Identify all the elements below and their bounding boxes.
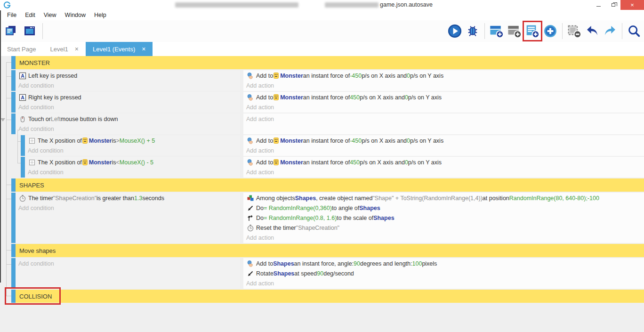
project-manager-window-icon[interactable] — [22, 23, 38, 40]
add-action-button[interactable]: Add action — [246, 233, 644, 243]
monster-icon — [274, 159, 279, 165]
event-group-header[interactable]: COLLISION — [16, 290, 644, 303]
add-condition-button[interactable]: Add condition — [18, 124, 240, 134]
blurred-title-text — [175, 2, 298, 8]
timer-icon — [246, 224, 254, 232]
angle-icon — [246, 270, 254, 277]
search-icon[interactable] — [626, 23, 642, 40]
close-icon[interactable]: × — [142, 45, 145, 53]
tab-label: Start Page — [7, 46, 36, 53]
tree-rail — [0, 244, 11, 257]
add-events-sheet-icon[interactable] — [524, 23, 540, 40]
add-condition-button[interactable]: Add condition — [18, 203, 240, 213]
redo-icon[interactable] — [602, 23, 618, 40]
event-selection-bar[interactable] — [11, 258, 16, 289]
conditions-cell: Add condition — [16, 258, 240, 289]
svg-text:A: A — [21, 95, 24, 100]
menu-help[interactable]: Help — [90, 12, 111, 18]
undo-icon[interactable] — [584, 23, 600, 40]
action[interactable]: Among objects Shapes, create object name… — [246, 193, 644, 203]
add-condition-button[interactable]: Add condition — [28, 146, 240, 155]
force-icon — [246, 72, 254, 80]
add-action-button[interactable]: Add action — [246, 278, 644, 288]
menu-edit[interactable]: Edit — [21, 12, 40, 18]
xpos-icon — [28, 137, 36, 145]
action[interactable]: Reset the timer "ShapeCreation" — [246, 223, 644, 233]
condition[interactable]: The X position of Monster is > MouseX() … — [28, 136, 240, 146]
monster-icon — [274, 73, 279, 79]
play-icon[interactable] — [447, 23, 463, 40]
actions-cell: Add to Monster an instant force of -450 … — [243, 135, 644, 156]
action[interactable]: Add to Monster an instant force of 450 p… — [246, 157, 644, 167]
xpos-icon — [28, 159, 36, 166]
event-selection-bar[interactable] — [11, 178, 16, 192]
add-external-events-icon[interactable] — [507, 23, 523, 40]
add-object-icon[interactable] — [542, 23, 558, 40]
add-condition-button[interactable]: Add condition — [18, 102, 240, 112]
tree-rail — [0, 92, 11, 113]
open-project-icon[interactable] — [3, 23, 19, 40]
condition[interactable]: Touch or Left mouse button is down — [18, 114, 240, 124]
add-action-button[interactable]: Add action — [246, 81, 644, 90]
tab-bar: Start Page Level1 × Level1 (Events) × — [0, 42, 644, 56]
action[interactable]: Add to Shapes an instant force, angle: 9… — [246, 259, 644, 268]
condition[interactable]: ARight key is pressed — [18, 92, 240, 102]
force-icon — [246, 159, 254, 166]
event-selection-bar[interactable] — [21, 135, 25, 156]
menu-bar: File Edit View Window Help — [0, 10, 644, 20]
action[interactable]: Add to Monster an instant force of -450 … — [246, 71, 644, 81]
menu-window[interactable]: Window — [61, 12, 90, 18]
action[interactable]: Add to Monster an instant force of 450 p… — [246, 92, 644, 102]
restore-icon[interactable] — [606, 0, 620, 10]
action[interactable]: Do = RandomInRange(0.8, 1.6) to the scal… — [246, 213, 644, 223]
action[interactable]: Rotate Shapes at speed 90deg/second — [246, 268, 644, 278]
event-group-header[interactable]: SHAPES — [16, 178, 644, 192]
tree-line — [6, 296, 11, 296]
event-group-header[interactable]: MONSTER — [16, 56, 644, 69]
event-selection-bar[interactable] — [11, 290, 16, 303]
tab-level1-events[interactable]: Level1 (Events) × — [86, 42, 153, 56]
event-selection-bar[interactable] — [11, 244, 16, 257]
action[interactable]: Add to Monster an instant force of -450 … — [246, 136, 644, 146]
monster-icon — [274, 94, 279, 100]
add-condition-button[interactable]: Add condition — [28, 167, 240, 177]
debug-bug-icon[interactable] — [465, 23, 481, 40]
add-action-button[interactable]: Add action — [246, 114, 644, 124]
remove-instance-icon[interactable] — [566, 23, 582, 40]
add-action-button[interactable]: Add action — [246, 102, 644, 112]
tree-rail — [0, 290, 11, 303]
minimize-icon[interactable] — [591, 0, 606, 10]
event-selection-bar[interactable] — [11, 70, 16, 91]
column-divider — [240, 70, 243, 91]
event-selection-bar[interactable] — [11, 193, 16, 243]
condition[interactable]: The timer "ShapeCreation" is greater tha… — [18, 193, 240, 203]
monster-icon — [82, 159, 88, 165]
tab-level1[interactable]: Level1 × — [43, 42, 86, 56]
close-icon[interactable]: × — [75, 45, 79, 53]
expand-triangle-icon[interactable] — [0, 118, 5, 121]
add-condition-button[interactable]: Add condition — [18, 259, 240, 268]
event-selection-bar[interactable] — [11, 56, 16, 69]
event-selection-bar[interactable] — [21, 157, 25, 178]
add-scene-icon[interactable] — [489, 23, 505, 40]
column-divider — [240, 258, 243, 289]
close-icon[interactable]: × — [620, 0, 644, 10]
menu-file[interactable]: File — [3, 12, 21, 18]
keyboard-icon: A — [18, 72, 26, 80]
event-selection-bar[interactable] — [11, 113, 16, 134]
tab-start-page[interactable]: Start Page — [0, 42, 43, 56]
add-action-button[interactable]: Add action — [246, 146, 644, 155]
event-group-header[interactable]: Move shapes — [16, 244, 644, 257]
tree-line — [17, 163, 21, 163]
menu-view[interactable]: View — [40, 12, 61, 18]
event-row: Touch or Left mouse button is downAdd co… — [0, 113, 644, 134]
condition[interactable]: ALeft key is pressed — [18, 71, 240, 81]
tree-line — [6, 120, 11, 120]
add-action-button[interactable]: Add action — [246, 167, 644, 177]
conditions-cell: Touch or Left mouse button is downAdd co… — [16, 113, 240, 134]
tree-line — [6, 62, 7, 296]
condition[interactable]: The X position of Monster is < MouseX() … — [28, 157, 240, 167]
add-condition-button[interactable]: Add condition — [18, 81, 240, 90]
action[interactable]: Do = RandomInRange(0,360) to angle of Sh… — [246, 203, 644, 213]
event-selection-bar[interactable] — [11, 92, 16, 113]
